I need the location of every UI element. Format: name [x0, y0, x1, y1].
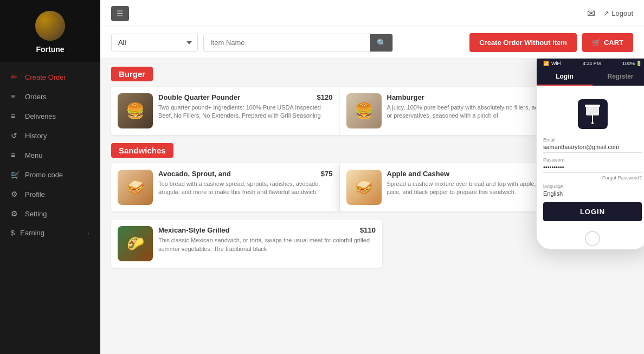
svg-rect-1: [585, 105, 600, 107]
battery-label: 100%: [622, 61, 635, 66]
phone-language-row: language English: [543, 184, 642, 197]
item-thumbnail: 🌮: [118, 226, 153, 261]
item-info: Apple and Cashew $60 Spread a cashew mix…: [387, 170, 562, 197]
cart-label: CART: [604, 38, 623, 47]
item-price: $110: [360, 226, 376, 234]
item-name: Mexican-Style Grilled: [158, 226, 230, 234]
category-select[interactable]: All Burger Sandwiches: [111, 34, 198, 52]
item-name-price: Double Quarter Pounder $120: [158, 93, 333, 101]
item-thumbnail: 🍔: [118, 93, 153, 128]
item-name: Hamburger: [387, 93, 424, 101]
phone-battery: 100% 🔋: [622, 61, 642, 66]
logout-button[interactable]: ↗ Logout: [603, 9, 633, 17]
hamburger-menu-button[interactable]: ☰: [111, 6, 129, 21]
topbar-left: ☰: [111, 6, 129, 21]
sidebar-item-earning[interactable]: $ Earning ›: [0, 223, 100, 242]
burger-category-label: Burger: [111, 67, 153, 81]
phone-mockup: 📶 WiFi 4:34 PM 100% 🔋 Login Register: [536, 59, 644, 250]
sidebar-item-label: Earning: [20, 229, 44, 237]
sidebar-item-label: Setting: [25, 210, 47, 218]
setting-icon: ⚙: [11, 209, 20, 218]
phone-tab-login[interactable]: Login: [537, 68, 593, 86]
phone-time: 4:34 PM: [583, 61, 601, 66]
deliveries-icon: ≡: [11, 112, 20, 120]
item-name-price: Apple and Cashew $60: [387, 170, 562, 178]
sidebar-item-label: Promo code: [25, 171, 63, 179]
phone-email-value: samanthaaryton@gmail.com: [543, 144, 642, 153]
item-name-price: Mexican-Style Grilled $110: [158, 226, 376, 234]
email-icon[interactable]: ✉: [587, 8, 595, 20]
avatar: [35, 11, 65, 41]
item-description: This classic Mexican sandwich, or torta,…: [158, 236, 376, 253]
item-description: Two quarter pound+ Ingredients: 100% Pur…: [158, 104, 333, 120]
history-icon: ↺: [11, 131, 20, 140]
logout-arrow-icon: ↗: [603, 9, 609, 17]
sidebar-item-history[interactable]: ↺ History: [0, 126, 100, 145]
search-button[interactable]: 🔍: [370, 34, 392, 52]
wifi-icon: WiFi: [551, 61, 561, 66]
svg-rect-0: [586, 106, 599, 115]
phone-password-label: Password: [543, 157, 642, 163]
search-input[interactable]: [204, 34, 370, 51]
sidebar-item-label: History: [25, 132, 47, 140]
item-double-quarter[interactable]: 🍔 Double Quarter Pounder $120 Two quarte…: [111, 87, 340, 135]
sidebar-item-label: Orders: [25, 93, 47, 101]
item-name: Double Quarter Pounder: [158, 93, 240, 101]
menu-icon: ≡: [11, 151, 20, 159]
sidebar-item-setting[interactable]: ⚙ Setting: [0, 204, 100, 223]
phone-password-field: Password •••••••••• Forgot Password?: [543, 157, 642, 181]
phone-home-bar: [537, 227, 644, 249]
brand-name: Fortune: [36, 45, 64, 54]
item-name-price: Hamburger $110: [387, 93, 562, 101]
sidebar-item-menu[interactable]: ≡ Menu: [0, 145, 100, 165]
sidebar-header: Fortune: [0, 0, 100, 62]
sidebar-item-profile[interactable]: ⚙ Profile: [0, 184, 100, 204]
item-hamburger[interactable]: 🍔 Hamburger $110 A juicy, 100% pure beef…: [340, 87, 569, 135]
item-info: Avocado, Sprout, and $75 Top bread with …: [158, 170, 333, 197]
phone-body: Email samanthaaryton@gmail.com Password …: [537, 86, 644, 227]
sandwiches-category-label: Sandwiches: [111, 143, 173, 158]
search-wrapper: 🔍: [203, 34, 393, 52]
item-price: $75: [321, 170, 333, 178]
topbar: ☰ ✉ ↗ Logout: [100, 0, 644, 27]
item-avocado[interactable]: 🥪 Avocado, Sprout, and $75 Top bread wit…: [111, 163, 340, 211]
sidebar-item-label: Deliveries: [25, 112, 56, 120]
item-description: Spread a cashew mixture over bread and t…: [387, 180, 562, 197]
phone-login-button[interactable]: LOGIN: [543, 202, 642, 221]
sidebar-item-orders[interactable]: ≡ Orders: [0, 87, 100, 106]
chevron-right-icon: ›: [87, 230, 89, 236]
sidebar-item-deliveries[interactable]: ≡ Deliveries: [0, 106, 100, 126]
item-info: Hamburger $110 A juicy, 100% pure beef p…: [387, 93, 562, 120]
sidebar-nav: ✏ Create Order ≡ Orders ≡ Deliveries ↺ H…: [0, 62, 100, 354]
orders-icon: ≡: [11, 92, 20, 101]
battery-icon: 🔋: [636, 61, 642, 66]
earning-icon: $: [11, 229, 15, 237]
phone-forgot-password[interactable]: Forgot Password?: [543, 175, 642, 181]
phone-password-value: ••••••••••: [543, 164, 642, 173]
item-description: Top bread with a cashew spread, sprouts,…: [158, 180, 333, 197]
item-apple-cashew[interactable]: 🥪 Apple and Cashew $60 Spread a cashew m…: [340, 163, 569, 211]
create-order-icon: ✏: [11, 73, 20, 81]
profile-icon: ⚙: [11, 190, 20, 198]
item-info: Double Quarter Pounder $120 Two quarter …: [158, 93, 333, 120]
item-name: Avocado, Sprout, and: [158, 170, 231, 178]
create-order-without-item-button[interactable]: Create Order Without Item: [469, 33, 577, 52]
promo-icon: 🛒: [11, 170, 20, 179]
main-content: ☰ ✉ ↗ Logout All Burger Sandwiches 🔍 Cre…: [100, 0, 644, 354]
searchbar: All Burger Sandwiches 🔍 Create Order Wit…: [100, 27, 644, 59]
item-mexican-grilled[interactable]: 🌮 Mexican-Style Grilled $110 This classi…: [111, 220, 382, 268]
signal-icon: 📶: [543, 61, 549, 66]
item-price: $120: [317, 93, 333, 101]
sidebar-item-promo[interactable]: 🛒 Promo code: [0, 165, 100, 184]
phone-email-field: Email samanthaaryton@gmail.com: [543, 137, 642, 153]
sidebar-item-label: Menu: [25, 151, 43, 159]
phone-signal: 📶 WiFi: [543, 61, 561, 66]
sidebar-item-label: Profile: [25, 190, 45, 198]
cart-button[interactable]: 🛒 CART: [582, 33, 633, 52]
phone-tab-register[interactable]: Register: [593, 68, 644, 86]
item-thumbnail: 🥪: [118, 170, 153, 205]
sidebar-item-create-order[interactable]: ✏ Create Order: [0, 67, 100, 87]
phone-home-button[interactable]: [585, 231, 600, 246]
sidebar: Fortune ✏ Create Order ≡ Orders ≡ Delive…: [0, 0, 100, 354]
item-thumbnail: 🍔: [346, 93, 382, 128]
